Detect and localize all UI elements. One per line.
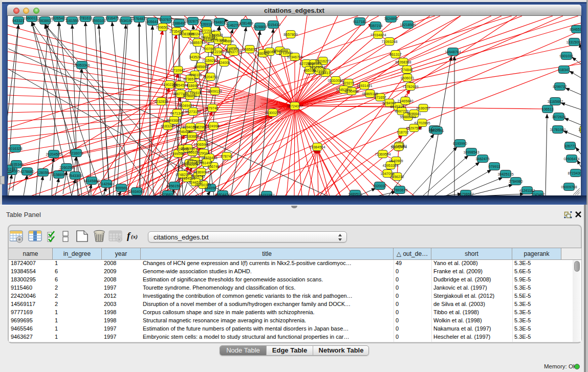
svg-text:585064: 585064	[264, 50, 275, 54]
svg-text:83561595: 83561595	[166, 184, 182, 188]
svg-text:f: f	[127, 230, 131, 241]
svg-text:(x): (x)	[131, 233, 138, 240]
svg-text:256746: 256746	[207, 165, 219, 168]
svg-text:87234309: 87234309	[568, 171, 581, 175]
svg-text:71159212: 71159212	[202, 59, 218, 62]
svg-text:0812191: 0812191	[430, 129, 444, 133]
svg-text:318699: 318699	[186, 84, 198, 87]
svg-text:31781080: 31781080	[550, 128, 565, 132]
svg-text:079911: 079911	[489, 165, 500, 168]
svg-text:65328710: 65328710	[185, 19, 201, 23]
svg-text:2710947: 2710947	[171, 69, 185, 72]
svg-text:2784980: 2784980	[509, 180, 522, 183]
svg-text:1665876: 1665876	[243, 48, 256, 51]
svg-text:1606071: 1606071	[400, 76, 414, 80]
svg-text:77034824: 77034824	[370, 33, 386, 37]
svg-text:58842474: 58842474	[390, 145, 406, 149]
svg-text:71369594: 71369594	[375, 152, 390, 156]
svg-text:56855744: 56855744	[189, 41, 205, 45]
svg-text:31931491: 31931491	[356, 84, 372, 87]
svg-text:8657809: 8657809	[284, 33, 297, 36]
svg-text:54145868: 54145868	[83, 179, 99, 183]
svg-text:1456232: 1456232	[390, 175, 404, 179]
svg-text:19218506: 19218506	[400, 23, 416, 27]
svg-text:718702: 718702	[397, 130, 408, 134]
svg-text:16998543: 16998543	[463, 150, 479, 154]
svg-text:9985698: 9985698	[194, 65, 208, 69]
svg-text:1161559: 1161559	[66, 19, 79, 23]
svg-text:13315098: 13315098	[566, 40, 581, 44]
svg-text:67976438: 67976438	[201, 156, 217, 160]
svg-text:62702895: 62702895	[414, 121, 430, 125]
svg-text:561497: 561497	[200, 161, 212, 165]
svg-text:455623: 455623	[186, 150, 198, 154]
svg-text:4471349: 4471349	[170, 112, 184, 115]
svg-text:8236629: 8236629	[161, 193, 175, 196]
svg-text:9301031: 9301031	[559, 54, 573, 58]
svg-text:69453147: 69453147	[390, 105, 406, 108]
svg-text:91783908: 91783908	[210, 38, 226, 42]
svg-text:31165667: 31165667	[548, 100, 563, 103]
svg-text:0183667: 0183667	[185, 135, 199, 138]
svg-text:9593103: 9593103	[92, 19, 105, 23]
svg-text:3293183: 3293183	[307, 62, 321, 65]
svg-text:226916: 226916	[200, 23, 212, 26]
svg-text:965569: 965569	[115, 186, 127, 190]
svg-text:55886753: 55886753	[400, 115, 416, 119]
svg-text:326773: 326773	[564, 144, 576, 148]
svg-text:7543303: 7543303	[68, 174, 82, 178]
svg-text:923271: 923271	[342, 81, 354, 85]
svg-text:15654527: 15654527	[172, 83, 188, 87]
svg-text:3244510: 3244510	[188, 181, 202, 184]
svg-text:21465840: 21465840	[397, 99, 413, 103]
svg-text:399049: 399049	[172, 152, 184, 156]
svg-text:1713900: 1713900	[278, 51, 292, 55]
svg-text:6183242: 6183242	[161, 124, 175, 128]
svg-text:05310033: 05310033	[328, 79, 343, 82]
svg-text:95777387: 95777387	[258, 193, 274, 196]
svg-text:0748217: 0748217	[176, 173, 189, 177]
svg-text:95798687: 95798687	[458, 192, 473, 196]
svg-text:9696641: 9696641	[407, 112, 421, 116]
svg-text:17464887: 17464887	[177, 130, 192, 134]
svg-text:62268388: 62268388	[395, 60, 411, 64]
svg-text:0781618: 0781618	[78, 16, 92, 20]
svg-text:824008: 824008	[218, 61, 230, 64]
svg-text:4216073: 4216073	[69, 151, 83, 155]
svg-text:32764835: 32764835	[131, 17, 147, 20]
svg-text:18724007: 18724007	[287, 104, 302, 108]
svg-text:7743487: 7743487	[531, 193, 545, 196]
svg-text:3320037: 3320037	[373, 184, 386, 188]
svg-text:0142940: 0142940	[99, 182, 113, 186]
svg-text:9464743: 9464743	[191, 174, 205, 178]
svg-text:5022961: 5022961	[193, 125, 207, 129]
svg-text:3950240: 3950240	[188, 32, 202, 36]
svg-text:8098851: 8098851	[183, 94, 197, 98]
svg-text:278742: 278742	[221, 155, 232, 158]
svg-text:2388496: 2388496	[172, 21, 186, 25]
svg-text:43953394: 43953394	[382, 164, 398, 167]
svg-text:2528809: 2528809	[253, 25, 267, 29]
svg-text:75204711: 75204711	[203, 75, 219, 79]
svg-text:05865185: 05865185	[362, 92, 378, 96]
svg-text:7007661: 7007661	[202, 47, 216, 51]
svg-text:3462475: 3462475	[475, 157, 489, 161]
svg-text:73782639: 73782639	[402, 85, 418, 89]
svg-text:343161: 343161	[578, 128, 581, 132]
svg-text:9117182: 9117182	[353, 20, 367, 24]
svg-text:46804436: 46804436	[214, 193, 230, 196]
svg-text:4935348: 4935348	[9, 163, 23, 166]
svg-text:02606474: 02606474	[563, 157, 579, 161]
svg-text:5146270: 5146270	[226, 24, 239, 27]
svg-text:274846: 274846	[401, 68, 412, 72]
svg-text:38425135: 38425135	[497, 172, 513, 176]
svg-text:16648784: 16648784	[445, 50, 461, 54]
svg-text:16934060: 16934060	[128, 190, 144, 193]
svg-text:40537735: 40537735	[226, 50, 242, 54]
svg-text:71093248: 71093248	[381, 40, 397, 43]
svg-text:0640909: 0640909	[389, 159, 403, 163]
svg-text:671657: 671657	[374, 96, 386, 99]
svg-text:1316475: 1316475	[105, 16, 119, 20]
svg-text:043321: 043321	[12, 19, 24, 23]
svg-text:1493689: 1493689	[167, 119, 181, 122]
